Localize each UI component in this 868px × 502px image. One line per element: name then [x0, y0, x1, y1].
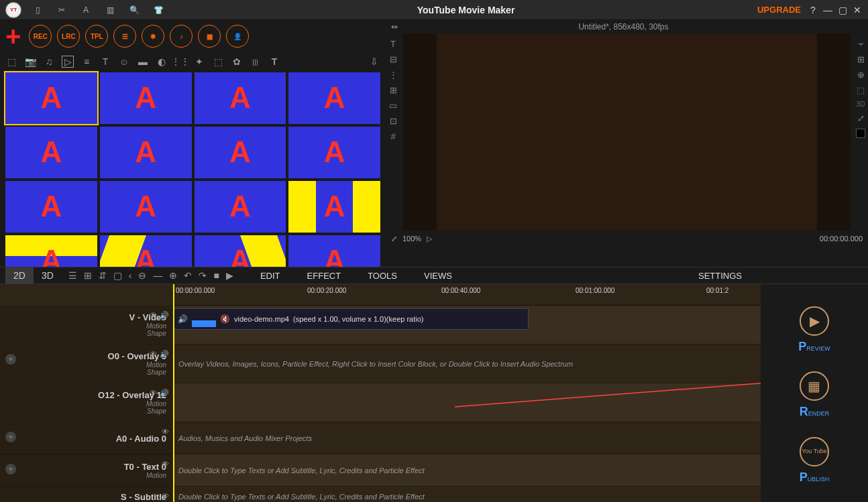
sparkle-icon[interactable]: ✦ — [193, 56, 205, 67]
add-track-icon[interactable]: + — [5, 464, 16, 475]
flower-button[interactable]: ✱ — [142, 25, 164, 48]
transition-thumb[interactable]: A — [195, 127, 286, 178]
stop-icon[interactable]: ■ — [213, 270, 219, 281]
transition-thumb[interactable]: A — [5, 235, 97, 267]
fullscreen-icon[interactable]: ⤢ — [391, 235, 397, 243]
track-content-text0[interactable]: Double Click to Type Texts or Add Subtit… — [173, 454, 761, 486]
list-button[interactable]: ☰ — [113, 25, 136, 48]
eye-icon[interactable]: 👁 — [150, 311, 157, 320]
3d-toggle[interactable]: 3D — [857, 101, 865, 108]
chevron-left-icon[interactable]: ‹ — [129, 270, 132, 281]
text-icon[interactable]: T — [99, 56, 111, 67]
transition-thumb[interactable]: A — [288, 127, 380, 178]
note-icon[interactable]: ♫ — [43, 56, 55, 67]
help-icon[interactable]: ? — [808, 5, 818, 15]
track-content-video[interactable]: 🔊 🔇 video-demo.mp4 (speed x 1.00, volume… — [173, 306, 761, 344]
playhead[interactable] — [173, 284, 174, 502]
bookmark-icon[interactable]: ▯ — [30, 2, 46, 18]
undo-icon[interactable]: ↶ — [184, 270, 192, 281]
battery-icon[interactable]: ▬ — [137, 56, 149, 67]
track-content-audio0[interactable]: Audios, Musics and Audio Mixer Projects — [173, 422, 761, 454]
person-button[interactable]: 👤 — [226, 25, 249, 48]
track-content-overlay12[interactable]: ⇨ — [173, 383, 761, 422]
render-button[interactable]: ▦ Render — [800, 371, 830, 419]
tab-3d[interactable]: 3D — [34, 267, 62, 284]
puzzle-icon[interactable]: ✿ — [231, 56, 243, 67]
menu-views[interactable]: VIEWS — [424, 271, 452, 281]
transition-thumb[interactable]: A — [5, 72, 97, 124]
transition-thumb[interactable]: A — [288, 181, 380, 233]
search-icon[interactable]: 🔍 — [126, 2, 142, 18]
rec-button[interactable]: REC — [29, 25, 52, 48]
transition-thumb[interactable]: A — [195, 181, 286, 233]
transition-thumb[interactable]: A — [100, 127, 192, 178]
eye-icon[interactable]: 👁 — [150, 350, 157, 359]
upgrade-link[interactable]: UPGRADE — [757, 5, 801, 15]
frame-icon[interactable]: ⬚ — [212, 56, 224, 67]
publish-button[interactable]: You Tube Publish — [800, 437, 830, 485]
transition-thumb[interactable]: A — [5, 127, 97, 178]
transition-thumb[interactable]: A — [100, 235, 192, 267]
clip-speaker-icon2[interactable]: 🔇 — [220, 314, 230, 324]
eye-icon[interactable]: 👁 — [162, 428, 169, 436]
speaker-icon[interactable]: 🔊 — [160, 311, 169, 320]
close-icon[interactable]: ✕ — [852, 5, 863, 15]
tab-2d[interactable]: 2D — [5, 267, 34, 284]
fit-tool-icon[interactable]: ⇵ — [99, 270, 107, 281]
zoom-in-icon[interactable]: ⊕ — [169, 270, 177, 281]
bullets-icon[interactable]: ⋮⋮ — [174, 56, 186, 67]
music-button[interactable]: ♪ — [170, 25, 193, 48]
columns-icon[interactable]: ▥ — [102, 2, 118, 18]
eye-icon[interactable]: 👁 — [162, 492, 169, 500]
bigtext-icon[interactable]: T — [268, 56, 280, 67]
menu-edit[interactable]: EDIT — [260, 271, 280, 281]
transition-thumb[interactable]: A — [5, 181, 97, 233]
grid3-icon[interactable]: ⋮ — [389, 70, 398, 80]
grid-icon[interactable]: ⊞ — [857, 54, 865, 64]
redo-icon[interactable]: ↷ — [199, 270, 207, 281]
speaker-icon[interactable]: 🔊 — [160, 389, 169, 397]
transition-thumb[interactable]: A — [195, 235, 286, 267]
emoji-icon[interactable]: ☺ — [118, 56, 130, 67]
time-ruler[interactable]: 00:00:00.000 00:00:20.000 00:00:40.000 0… — [173, 284, 761, 306]
transition-thumb[interactable]: A — [288, 72, 380, 124]
hash-icon[interactable]: # — [390, 131, 395, 141]
lrc-button[interactable]: LRC — [57, 25, 80, 48]
play-icon[interactable]: ▶ — [226, 270, 233, 281]
text-tool-icon[interactable]: T — [390, 39, 396, 49]
guide-icon[interactable]: ⊟ — [390, 54, 397, 64]
color-swatch[interactable] — [856, 129, 865, 138]
track-content-overlay0[interactable]: Overlay Videos, Images, Icons, Particle … — [173, 344, 761, 383]
transition-thumb[interactable]: A — [195, 72, 286, 124]
track-head-video[interactable]: V - Video Motion Shape 👁🔊 — [0, 306, 173, 344]
shirt-icon[interactable]: 👕 — [150, 2, 166, 18]
add-media-button[interactable]: + — [5, 23, 21, 50]
camera-icon[interactable]: 📷 — [24, 56, 36, 67]
track-head-subtitle[interactable]: S - Subtitle 👁 — [0, 487, 173, 502]
zoom-slider[interactable]: — — [153, 270, 162, 281]
speaker-icon[interactable]: 🔊 — [160, 350, 169, 359]
zoom-out-icon[interactable]: ⊖ — [138, 270, 146, 281]
lock-icon[interactable]: ⬚ — [857, 85, 865, 95]
maximize-icon[interactable]: ▢ — [837, 5, 848, 15]
menu-settings[interactable]: SETTINGS — [698, 271, 742, 281]
track-head-audio0[interactable]: + A0 - Audio 0 👁 — [0, 422, 173, 454]
track-head-text0[interactable]: + T0 - Text 0 Motion 👁 — [0, 454, 173, 487]
film-button[interactable]: ▦ — [198, 25, 221, 48]
track-content-subtitle[interactable]: Double Click to Type Texts or Add Subtit… — [173, 487, 761, 502]
track-head-overlay12[interactable]: O12 - Overlay 12 Motion Shape 👁🔊 — [0, 383, 173, 422]
rect-icon[interactable]: ▭ — [389, 101, 397, 111]
download-icon[interactable]: ⇩ — [368, 56, 380, 67]
font-icon[interactable]: A — [78, 2, 94, 18]
transition-icon[interactable]: ▷ — [62, 56, 74, 68]
transition-thumb[interactable]: A — [100, 72, 192, 124]
list-view-icon[interactable]: ☰ — [68, 270, 77, 281]
expand-icon[interactable]: ⤢ — [857, 113, 865, 123]
menu-tools[interactable]: TOOLS — [368, 271, 397, 281]
align2-icon[interactable]: ⊞ — [390, 85, 397, 95]
tpl-button[interactable]: TPL — [85, 25, 108, 48]
clip-speaker-icon[interactable]: 🔊 — [178, 314, 188, 324]
preview-button[interactable]: ▶ Preview — [798, 306, 830, 354]
video-clip[interactable]: 🔊 🔇 video-demo.mp4 (speed x 1.00, volume… — [173, 308, 529, 330]
fit-icon[interactable]: ⊡ — [390, 116, 397, 126]
